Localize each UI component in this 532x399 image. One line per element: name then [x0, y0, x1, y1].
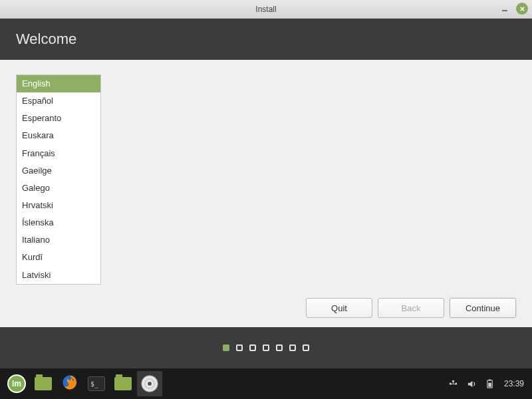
continue-button[interactable]: Continue — [450, 298, 516, 318]
window-controls — [499, 3, 528, 15]
language-list[interactable]: EnglishEspañolEsperantoEuskaraFrançaisGa… — [16, 74, 101, 285]
back-button: Back — [378, 298, 444, 318]
language-option[interactable]: English — [17, 75, 100, 92]
language-option[interactable]: Euskara — [17, 127, 100, 144]
window-title: Install — [255, 5, 276, 14]
show-desktop-button[interactable] — [31, 371, 56, 396]
firefox-icon — [61, 374, 78, 394]
language-option[interactable]: Kurdî — [17, 249, 100, 266]
minimize-button[interactable] — [499, 3, 511, 15]
progress-dot — [236, 344, 243, 351]
language-option[interactable]: Esperanto — [17, 110, 100, 127]
progress-dot — [263, 344, 269, 351]
progress-indicator — [0, 327, 532, 368]
progress-dot — [249, 344, 256, 351]
folder-icon — [114, 377, 132, 390]
folder-icon — [35, 377, 52, 390]
language-option[interactable]: Latviski — [17, 267, 100, 284]
button-row: Quit Back Continue — [306, 298, 516, 318]
svg-rect-10 — [489, 379, 491, 380]
battery-icon[interactable] — [485, 378, 496, 389]
terminal-launcher[interactable]: $_ — [84, 371, 109, 396]
progress-dot — [303, 344, 309, 351]
network-icon[interactable] — [448, 378, 459, 389]
page-header: Welcome — [0, 19, 532, 60]
progress-dot — [289, 344, 296, 351]
volume-icon[interactable] — [467, 378, 477, 389]
page-title: Welcome — [16, 31, 76, 48]
system-tray: 23:39 — [448, 378, 528, 389]
taskbar-left: lm $_ — [4, 371, 162, 396]
language-option[interactable]: Français — [17, 145, 100, 162]
svg-rect-11 — [489, 382, 492, 386]
titlebar: Install — [0, 0, 532, 19]
terminal-icon: $_ — [88, 376, 105, 391]
files-launcher[interactable] — [110, 371, 136, 396]
close-button[interactable] — [516, 3, 528, 15]
language-option[interactable]: Gaeilge — [17, 162, 100, 180]
language-option[interactable]: Íslenska — [17, 214, 100, 231]
language-option[interactable]: Español — [17, 92, 100, 110]
language-option[interactable]: Galego — [17, 180, 100, 197]
taskbar: lm $_ 23:39 — [0, 368, 532, 399]
content-area: EnglishEspañolEsperantoEuskaraFrançaisGa… — [0, 60, 532, 327]
start-menu-button[interactable]: lm — [4, 371, 29, 396]
language-option[interactable]: Hrvatski — [17, 197, 100, 214]
progress-dot — [276, 344, 283, 351]
firefox-launcher[interactable] — [57, 371, 82, 396]
progress-dot — [223, 344, 229, 351]
mint-logo-icon: lm — [7, 374, 26, 393]
disc-icon — [141, 375, 158, 392]
installer-taskbar-item[interactable] — [137, 371, 162, 396]
language-option[interactable]: Italiano — [17, 231, 100, 249]
quit-button[interactable]: Quit — [306, 298, 372, 318]
svg-rect-6 — [453, 380, 455, 382]
clock[interactable]: 23:39 — [504, 379, 524, 388]
installer-window: Install Welcome EnglishEspañolEsperantoE… — [0, 0, 532, 368]
